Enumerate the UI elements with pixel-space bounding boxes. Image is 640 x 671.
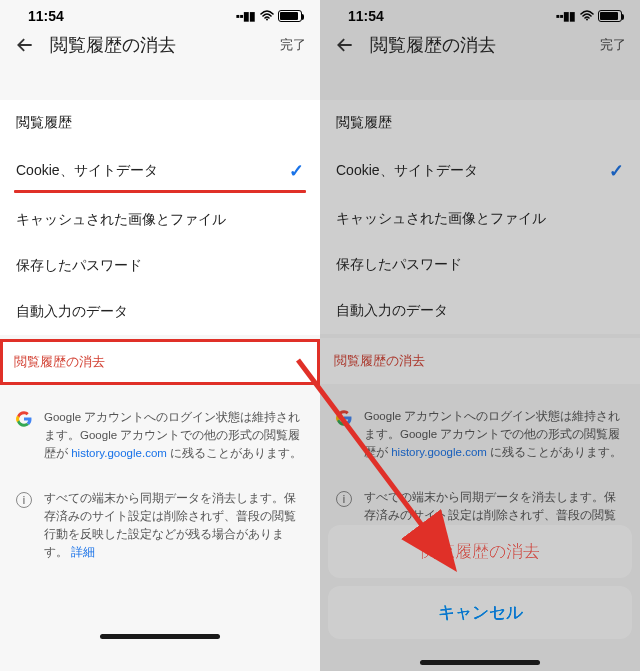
option-label: 閲覧履歴: [16, 114, 72, 132]
account-info-note: Google アカウントへのログイン状態は維持されます。Google アカウント…: [0, 395, 320, 476]
cellular-icon: ▪▪▮▮: [235, 9, 256, 23]
account-info-note: Google アカウントへのログイン状態は維持されます。Google アカウント…: [320, 394, 640, 475]
clear-data-button[interactable]: 閲覧履歴の消去: [0, 339, 320, 385]
wifi-icon: [580, 10, 594, 23]
clear-options-list: 閲覧履歴 Cookie、サイトデータ ✓ キャッシュされた画像とファイル 保存し…: [0, 100, 320, 335]
section-gap: [320, 70, 640, 100]
option-cookies[interactable]: Cookie、サイトデータ ✓: [320, 146, 640, 196]
status-bar: 11:54 ▪▪▮▮: [320, 0, 640, 28]
home-indicator: [420, 660, 540, 665]
option-passwords[interactable]: 保存したパスワード: [0, 243, 320, 289]
navigation-bar: 閲覧履歴の消去 完了: [320, 28, 640, 70]
status-time: 11:54: [28, 8, 64, 24]
option-cookies[interactable]: Cookie、サイトデータ ✓: [0, 146, 320, 196]
battery-icon: [278, 10, 302, 22]
navigation-bar: 閲覧履歴の消去 完了: [0, 28, 320, 70]
clear-data-label: 閲覧履歴の消去: [14, 354, 105, 369]
history-link[interactable]: history.google.com: [71, 447, 167, 459]
option-cache[interactable]: キャッシュされた画像とファイル: [320, 196, 640, 242]
checkmark-icon: ✓: [289, 160, 304, 182]
sync-info-note: i すべての端末から同期データを消去します。保存済みのサイト設定は削除されず、普…: [0, 476, 320, 575]
cancel-button[interactable]: キャンセル: [328, 586, 632, 639]
button-label: キャンセル: [438, 603, 523, 622]
option-label: 自動入力のデータ: [16, 303, 128, 321]
screen-confirmation: 11:54 ▪▪▮▮ 閲覧履歴の消去 完了 閲覧履歴 Cookie、サイトデータ: [320, 0, 640, 671]
action-sheet: 閲覧履歴の消去 キャンセル: [320, 525, 640, 671]
done-button[interactable]: 完了: [600, 36, 626, 54]
option-browsing-history[interactable]: 閲覧履歴: [320, 100, 640, 146]
status-time: 11:54: [348, 8, 384, 24]
option-cache[interactable]: キャッシュされた画像とファイル: [0, 197, 320, 243]
google-logo-icon: [334, 408, 354, 461]
clear-data-button[interactable]: 閲覧履歴の消去: [320, 338, 640, 384]
highlight-underline: [14, 190, 306, 193]
svg-point-1: [586, 18, 588, 20]
confirm-clear-button[interactable]: 閲覧履歴の消去: [328, 525, 632, 578]
option-label: 自動入力のデータ: [336, 302, 448, 320]
status-indicators: ▪▪▮▮: [235, 9, 302, 23]
history-link[interactable]: history.google.com: [391, 446, 487, 458]
info-text: すべての端末から同期データを消去します。保存済みのサイト設定は削除されず、普段の…: [44, 490, 304, 561]
back-arrow-icon[interactable]: [14, 34, 36, 56]
clear-options-list: 閲覧履歴 Cookie、サイトデータ ✓ キャッシュされた画像とファイル 保存し…: [320, 100, 640, 334]
wifi-icon: [260, 10, 274, 23]
back-arrow-icon[interactable]: [334, 34, 356, 56]
status-bar: 11:54 ▪▪▮▮: [0, 0, 320, 28]
checkmark-icon: ✓: [609, 160, 624, 182]
option-label: Cookie、サイトデータ: [16, 162, 158, 180]
info-text: Google アカウントへのログイン状態は維持されます。Google アカウント…: [44, 409, 304, 462]
google-logo-icon: [14, 409, 34, 462]
option-label: キャッシュされた画像とファイル: [336, 210, 546, 228]
page-title: 閲覧履歴の消去: [370, 33, 600, 57]
option-label: 保存したパスワード: [16, 257, 142, 275]
cellular-icon: ▪▪▮▮: [555, 9, 576, 23]
home-indicator: [100, 634, 220, 639]
option-passwords[interactable]: 保存したパスワード: [320, 242, 640, 288]
info-text: Google アカウントへのログイン状態は維持されます。Google アカウント…: [364, 408, 624, 461]
option-autofill[interactable]: 自動入力のデータ: [320, 288, 640, 334]
section-gap: [0, 70, 320, 100]
option-label: Cookie、サイトデータ: [336, 162, 478, 180]
button-label: 閲覧履歴の消去: [421, 542, 540, 561]
clear-data-label: 閲覧履歴の消去: [334, 353, 425, 368]
option-label: 保存したパスワード: [336, 256, 462, 274]
option-label: 閲覧履歴: [336, 114, 392, 132]
done-button[interactable]: 完了: [280, 36, 306, 54]
screen-before: 11:54 ▪▪▮▮ 閲覧履歴の消去 完了 閲覧履歴 Cookie、サイトデータ: [0, 0, 320, 671]
status-indicators: ▪▪▮▮: [555, 9, 622, 23]
battery-icon: [598, 10, 622, 22]
svg-point-0: [266, 18, 268, 20]
page-title: 閲覧履歴の消去: [50, 33, 280, 57]
details-link[interactable]: 詳細: [71, 546, 95, 558]
option-autofill[interactable]: 自動入力のデータ: [0, 289, 320, 335]
option-browsing-history[interactable]: 閲覧履歴: [0, 100, 320, 146]
info-icon: i: [14, 490, 34, 561]
option-label: キャッシュされた画像とファイル: [16, 211, 226, 229]
